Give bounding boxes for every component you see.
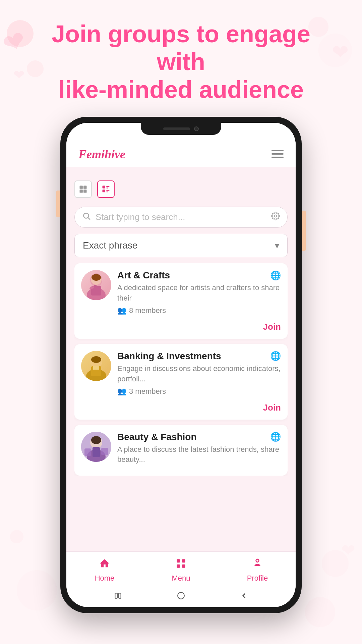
- group-avatar-art-crafts: [81, 270, 111, 300]
- svg-rect-37: [115, 593, 117, 598]
- nav-label-home: Home: [95, 574, 115, 583]
- svg-rect-8: [106, 190, 109, 191]
- front-camera: [194, 126, 199, 131]
- speaker: [163, 127, 190, 130]
- svg-rect-4: [103, 186, 105, 189]
- search-icon: [82, 212, 91, 223]
- nav-label-profile: Profile: [247, 574, 268, 583]
- chevron-down-icon: ▾: [275, 240, 279, 251]
- android-back-button[interactable]: [240, 591, 248, 602]
- headline-text: Join groups to engage with like-minded a…: [27, 20, 335, 103]
- group-name-banking: Banking & Investments: [117, 351, 221, 362]
- svg-rect-9: [106, 192, 108, 192]
- grid-view-button[interactable]: [74, 180, 92, 198]
- search-input[interactable]: Start typing to search...: [96, 212, 266, 222]
- group-card-top-banking: Banking & Investments 🌐 Engage in discus…: [81, 351, 281, 396]
- menu-grid-icon: [175, 558, 187, 572]
- globe-icon: 🌐: [270, 270, 281, 281]
- main-content: Start typing to search... Exact phrase ▾: [66, 167, 296, 551]
- group-members-banking: 👥 3 members: [117, 387, 281, 396]
- svg-point-17: [92, 274, 101, 281]
- group-card-banking: Banking & Investments 🌐 Engage in discus…: [74, 344, 288, 420]
- list-view-button[interactable]: [97, 180, 115, 198]
- svg-rect-38: [119, 593, 121, 598]
- svg-rect-0: [80, 186, 83, 189]
- svg-point-27: [91, 436, 101, 444]
- svg-rect-18: [94, 285, 97, 290]
- search-settings-icon[interactable]: [271, 212, 280, 223]
- svg-rect-33: [182, 559, 185, 563]
- group-card-art-crafts: Art & Crafts 🌐 A dedicated space for art…: [74, 263, 288, 339]
- phone-screen: Femihive: [66, 123, 296, 607]
- groups-list: Art & Crafts 🌐 A dedicated space for art…: [74, 263, 288, 476]
- join-row-art-crafts: Join: [81, 319, 281, 332]
- svg-rect-3: [83, 190, 86, 193]
- join-row-banking: Join: [81, 400, 281, 413]
- hamburger-menu-button[interactable]: [272, 150, 284, 158]
- svg-point-22: [91, 356, 101, 363]
- svg-rect-30: [84, 448, 91, 456]
- group-members-art-crafts: 👥 8 members: [117, 306, 281, 315]
- join-button-banking[interactable]: Join: [263, 402, 281, 413]
- group-card-top-beauty: Beauty & Fashion 🌐 A place to discuss th…: [81, 432, 281, 465]
- group-name-art-crafts: Art & Crafts: [117, 270, 170, 281]
- svg-rect-32: [177, 559, 180, 563]
- view-toggle: [74, 175, 288, 201]
- group-info-banking: Banking & Investments 🌐 Engage in discus…: [117, 351, 281, 396]
- android-home-button[interactable]: [177, 591, 185, 602]
- phone-wrapper: Femihive: [0, 117, 362, 613]
- svg-rect-35: [182, 565, 185, 568]
- group-name-row-banking: Banking & Investments 🌐: [117, 351, 281, 362]
- group-avatar-banking: [81, 351, 111, 381]
- svg-rect-1: [83, 186, 86, 189]
- nav-item-profile[interactable]: Profile: [237, 558, 278, 583]
- svg-point-10: [83, 213, 88, 218]
- svg-rect-2: [80, 190, 83, 193]
- svg-rect-31: [101, 448, 108, 455]
- group-desc-art-crafts: A dedicated space for artists and crafte…: [117, 283, 281, 304]
- group-desc-banking: Engage in discussions about economic ind…: [117, 364, 281, 384]
- profile-icon: [252, 558, 263, 572]
- group-info-beauty: Beauty & Fashion 🌐 A place to discuss th…: [117, 432, 281, 465]
- bottom-navigation: Home Menu: [66, 551, 296, 587]
- group-info-art-crafts: Art & Crafts 🌐 A dedicated space for art…: [117, 270, 281, 315]
- headline-section: Join groups to engage with like-minded a…: [0, 0, 362, 117]
- svg-rect-29: [93, 447, 100, 457]
- group-avatar-beauty: [81, 432, 111, 462]
- svg-rect-39: [178, 593, 184, 599]
- globe-icon-banking: 🌐: [270, 351, 281, 361]
- group-name-beauty: Beauty & Fashion: [117, 432, 196, 442]
- search-bar[interactable]: Start typing to search...: [74, 207, 288, 228]
- app-logo: Femihive: [78, 147, 125, 161]
- svg-line-11: [88, 218, 90, 220]
- group-name-row: Art & Crafts 🌐: [117, 270, 281, 281]
- svg-rect-7: [103, 190, 105, 193]
- group-desc-beauty: A place to discuss the latest fashion tr…: [117, 444, 281, 465]
- phone-notch: [141, 123, 221, 135]
- nav-item-menu[interactable]: Menu: [161, 558, 201, 583]
- svg-rect-5: [106, 186, 109, 187]
- svg-point-12: [275, 215, 277, 217]
- svg-rect-6: [106, 188, 108, 189]
- home-icon: [99, 558, 110, 572]
- group-card-beauty: Beauty & Fashion 🌐 A place to discuss th…: [74, 425, 288, 476]
- svg-rect-34: [177, 565, 180, 568]
- nav-label-menu: Menu: [172, 574, 190, 583]
- android-navigation-bar: [66, 587, 296, 607]
- phrase-filter-label: Exact phrase: [83, 240, 137, 251]
- phone-frame: Femihive: [60, 117, 302, 613]
- nav-item-home[interactable]: Home: [84, 558, 125, 583]
- globe-icon-beauty: 🌐: [270, 432, 281, 442]
- svg-rect-24: [93, 366, 99, 370]
- join-button-art-crafts[interactable]: Join: [263, 322, 281, 332]
- phrase-filter-dropdown[interactable]: Exact phrase ▾: [74, 234, 288, 257]
- android-recent-button[interactable]: [114, 591, 122, 602]
- group-name-row-beauty: Beauty & Fashion 🌐: [117, 432, 281, 442]
- app-header: Femihive: [66, 141, 296, 167]
- group-card-top: Art & Crafts 🌐 A dedicated space for art…: [81, 270, 281, 315]
- members-icon-banking: 👥: [117, 387, 126, 396]
- members-icon: 👥: [117, 306, 126, 315]
